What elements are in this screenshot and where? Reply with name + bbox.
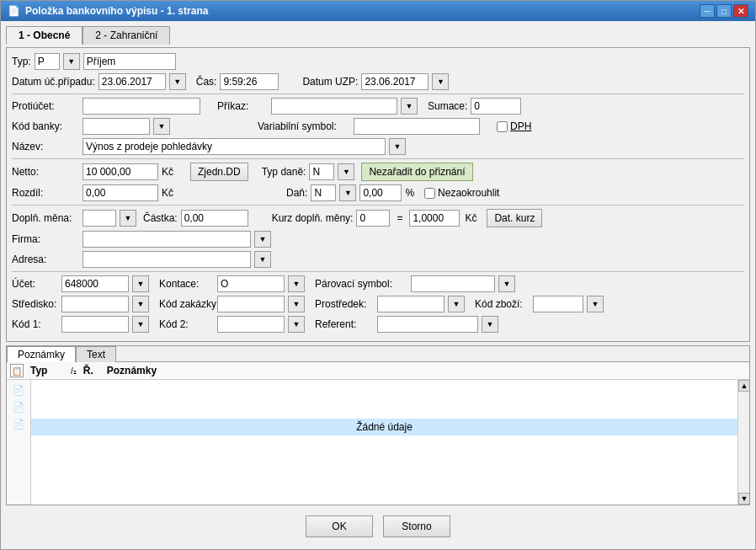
kod-banky-label: Kód banky: — [12, 120, 79, 132]
prostredek-dropdown[interactable]: ▼ — [448, 296, 465, 312]
tab-poznamky[interactable]: Poznámky — [7, 346, 76, 362]
datum-uzp-input[interactable] — [361, 73, 429, 90]
kod1-row: Kód 1: ▼ Kód 2: ▼ Referent: ▼ — [12, 316, 744, 333]
dan-label: Daň: — [286, 187, 307, 199]
window-icon: 📄 — [8, 5, 20, 17]
cas-label: Čas: — [196, 76, 217, 88]
ok-button[interactable]: OK — [306, 515, 373, 537]
dph-label: DPH — [510, 120, 531, 132]
stredisko-dropdown[interactable]: ▼ — [132, 296, 149, 312]
kod-zbozi-input[interactable] — [533, 296, 583, 312]
adresa-label: Adresa: — [12, 254, 79, 265]
kontace-dropdown[interactable]: ▼ — [288, 275, 305, 292]
notes-scrollbar[interactable]: ▲ ▼ — [737, 380, 749, 505]
kod-zbozi-label: Kód zboží: — [475, 298, 530, 310]
no-data-text: Žádné údaje — [356, 421, 413, 433]
maximize-button[interactable]: □ — [716, 4, 732, 18]
nazev-input[interactable] — [83, 138, 386, 155]
protiucet-input[interactable] — [83, 98, 200, 115]
note-icon-2[interactable]: 📄 — [12, 400, 25, 414]
referent-label: Referent: — [315, 318, 374, 330]
firma-input[interactable] — [83, 231, 251, 248]
referent-input[interactable] — [377, 316, 478, 333]
kurz-input[interactable] — [356, 210, 390, 227]
rozdil-input[interactable] — [83, 184, 158, 201]
ucet-dropdown[interactable]: ▼ — [132, 275, 149, 292]
kod-banky-input[interactable] — [83, 118, 150, 135]
castka-input[interactable] — [181, 210, 248, 227]
kod1-input[interactable] — [61, 316, 129, 333]
adresa-input[interactable] — [83, 251, 251, 268]
dopl-mena-input[interactable] — [83, 210, 116, 227]
dan-pct-input[interactable] — [359, 184, 402, 201]
typ-input[interactable] — [35, 53, 60, 70]
ucet-input[interactable] — [61, 275, 129, 292]
netto-input[interactable] — [83, 163, 158, 180]
datum-uzp-dropdown[interactable]: ▼ — [432, 73, 449, 90]
kod-zbozi-dropdown[interactable]: ▼ — [587, 296, 604, 312]
tab-text[interactable]: Text — [76, 346, 116, 362]
nazev-dropdown[interactable]: ▼ — [389, 138, 406, 155]
note-icon-1[interactable]: 📄 — [12, 383, 25, 397]
notes-col-r: Ř. — [83, 365, 93, 376]
kod1-dropdown[interactable]: ▼ — [132, 316, 149, 333]
rozdil-label: Rozdíl: — [12, 187, 79, 199]
typ-dane-input[interactable] — [309, 163, 334, 180]
notes-data-area: Žádné údaje — [31, 380, 749, 505]
nazev-row: Název: ▼ — [12, 138, 744, 155]
tab-obecne[interactable]: 1 - Obecné — [6, 26, 83, 45]
kod-zakazky-dropdown[interactable]: ▼ — [288, 296, 305, 312]
datum-input[interactable] — [98, 73, 166, 90]
dph-checkbox[interactable] — [497, 121, 508, 132]
typ-dropdown[interactable]: ▼ — [63, 53, 80, 70]
prijm-input[interactable] — [83, 53, 176, 70]
rozdil-row: Rozdíl: Kč Daň: ▼ % Nezaokrouhlit — [12, 184, 744, 201]
prikaz-input[interactable] — [271, 98, 397, 115]
nezaokrouhlit-checkbox[interactable] — [424, 188, 435, 199]
prikaz-dropdown[interactable]: ▼ — [401, 98, 418, 115]
datum-dropdown[interactable]: ▼ — [169, 73, 186, 90]
referent-dropdown[interactable]: ▼ — [482, 316, 498, 333]
window-title: Položka bankovního výpisu - 1. strana — [25, 5, 208, 17]
bottom-bar: OK Storno — [6, 509, 750, 544]
kod-zakazky-input[interactable] — [217, 296, 285, 312]
typ-dane-dropdown[interactable]: ▼ — [338, 163, 354, 180]
nezaradit-button[interactable]: Nezařadit do přiznání — [361, 163, 472, 181]
kod2-input[interactable] — [217, 316, 285, 333]
cas-input[interactable] — [220, 73, 279, 90]
note-icon-3[interactable]: 📄 — [12, 417, 25, 430]
datum-label: Datum úč.případu: — [12, 76, 95, 88]
adresa-dropdown[interactable]: ▼ — [254, 251, 271, 268]
parovaci-dropdown[interactable]: ▼ — [498, 275, 515, 292]
notes-col-r-icon: /₂ — [71, 366, 77, 376]
prostredek-input[interactable] — [377, 296, 445, 312]
minimize-button[interactable]: ─ — [700, 4, 715, 18]
dan-input[interactable] — [311, 184, 336, 201]
kod2-dropdown[interactable]: ▼ — [288, 316, 305, 333]
sumace-label: Sumace: — [428, 100, 467, 112]
variabilni-input[interactable] — [354, 118, 480, 135]
stredisko-input[interactable] — [61, 296, 129, 312]
dat-kurz-button[interactable]: Dat. kurz — [487, 209, 542, 227]
tab-zahranicni[interactable]: 2 - Zahraniční — [83, 26, 170, 45]
firma-dropdown[interactable]: ▼ — [254, 231, 271, 248]
scroll-up[interactable]: ▲ — [738, 380, 749, 392]
kurz-currency: Kč — [465, 212, 476, 224]
zjedn-dd-button[interactable]: Zjedn.DD — [190, 163, 248, 181]
dopl-mena-row: Doplň. měna: ▼ Částka: Kurz doplň. měny:… — [12, 209, 744, 227]
sumace-input[interactable] — [471, 98, 521, 115]
variabilni-label: Variabilní symbol: — [258, 120, 350, 132]
notes-section: Poznámky Text 📋 Typ /₂ Ř. Poznámky 📄 📄 📄 — [6, 345, 750, 505]
kod-banky-dropdown[interactable]: ▼ — [153, 118, 170, 135]
close-button[interactable]: ✕ — [733, 4, 748, 18]
firma-row: Firma: ▼ — [12, 231, 744, 248]
kontace-input[interactable] — [217, 275, 285, 292]
dan-dropdown[interactable]: ▼ — [339, 184, 356, 201]
storno-button[interactable]: Storno — [383, 515, 450, 537]
scroll-down[interactable]: ▼ — [738, 493, 749, 505]
title-bar: 📄 Položka bankovního výpisu - 1. strana … — [1, 1, 755, 21]
kurz-rate-input[interactable] — [409, 210, 460, 227]
dopl-mena-dropdown[interactable]: ▼ — [120, 210, 136, 227]
parovaci-input[interactable] — [411, 275, 495, 292]
nezaokrouhlit-label: Nezaokrouhlit — [438, 187, 499, 199]
